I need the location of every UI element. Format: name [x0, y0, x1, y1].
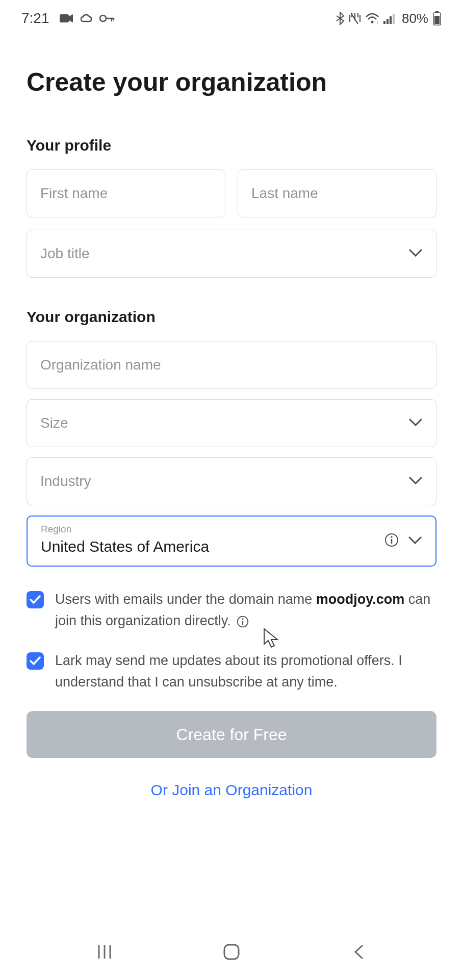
- svg-rect-0: [60, 14, 69, 22]
- first-name-input[interactable]: First name: [27, 169, 225, 217]
- domain-checkbox[interactable]: [27, 591, 44, 608]
- svg-point-18: [242, 618, 244, 620]
- svg-rect-13: [434, 16, 440, 24]
- industry-select[interactable]: Industry: [27, 457, 436, 505]
- svg-rect-9: [390, 16, 392, 24]
- svg-text:↑↓: ↑↓: [376, 20, 379, 24]
- wifi-icon: ↑↓: [365, 13, 379, 24]
- info-icon[interactable]: [384, 533, 399, 549]
- job-title-placeholder: Job title: [40, 246, 90, 262]
- battery-percent: 80%: [402, 11, 428, 27]
- main-content: Create your organization Your profile Fi…: [0, 37, 463, 799]
- promo-checkbox-label: Lark may send me updates about its promo…: [55, 650, 436, 693]
- promo-checkbox[interactable]: [27, 652, 44, 670]
- svg-point-1: [100, 15, 106, 21]
- last-name-input[interactable]: Last name: [238, 169, 436, 217]
- chevron-down-icon: [408, 536, 422, 546]
- info-icon[interactable]: [237, 616, 249, 628]
- organization-name-input[interactable]: Organization name: [27, 341, 436, 389]
- size-placeholder: Size: [40, 415, 68, 431]
- status-left: 7:21: [21, 10, 115, 27]
- svg-point-15: [391, 536, 393, 538]
- chevron-down-icon: [408, 249, 423, 259]
- key-icon: [99, 14, 115, 22]
- home-button[interactable]: [211, 943, 252, 961]
- cloud-icon: [80, 13, 93, 23]
- signal-icon: [383, 13, 396, 24]
- industry-placeholder: Industry: [40, 473, 91, 489]
- promo-checkbox-row: Lark may send me updates about its promo…: [27, 650, 436, 693]
- organization-name-placeholder: Organization name: [40, 357, 161, 373]
- profile-heading: Your profile: [27, 137, 436, 154]
- first-name-placeholder: First name: [40, 185, 108, 202]
- join-organization-link[interactable]: Or Join an Organization: [151, 781, 313, 798]
- recents-button[interactable]: [84, 943, 125, 961]
- android-nav-bar: [0, 924, 463, 980]
- vibrate-icon: [349, 12, 361, 25]
- svg-rect-23: [224, 945, 239, 959]
- create-for-free-button[interactable]: Create for Free: [27, 711, 436, 758]
- chevron-down-icon: [408, 418, 423, 428]
- page-title: Create your organization: [27, 67, 436, 97]
- job-title-select[interactable]: Job title: [27, 230, 436, 278]
- domain-checkbox-row: Users with emails under the domain name …: [27, 589, 436, 632]
- last-name-placeholder: Last name: [251, 185, 318, 202]
- region-label: Region: [41, 524, 71, 535]
- svg-rect-8: [387, 19, 389, 24]
- organization-heading: Your organization: [27, 308, 436, 326]
- back-button[interactable]: [338, 943, 379, 961]
- status-right: ↑↓ 80%: [336, 11, 442, 27]
- region-value: United States of America: [41, 538, 209, 555]
- camera-icon: [60, 13, 74, 23]
- status-time: 7:21: [21, 10, 49, 27]
- region-select[interactable]: Region United States of America: [27, 516, 436, 567]
- size-select[interactable]: Size: [27, 399, 436, 447]
- chevron-down-icon: [408, 476, 423, 486]
- status-bar: 7:21 ↑↓ 80%: [0, 0, 463, 37]
- svg-point-5: [371, 21, 373, 23]
- battery-icon: [432, 11, 442, 26]
- svg-rect-7: [383, 21, 385, 24]
- bluetooth-icon: [336, 11, 345, 26]
- svg-rect-10: [393, 14, 395, 24]
- domain-checkbox-label: Users with emails under the domain name …: [55, 589, 436, 632]
